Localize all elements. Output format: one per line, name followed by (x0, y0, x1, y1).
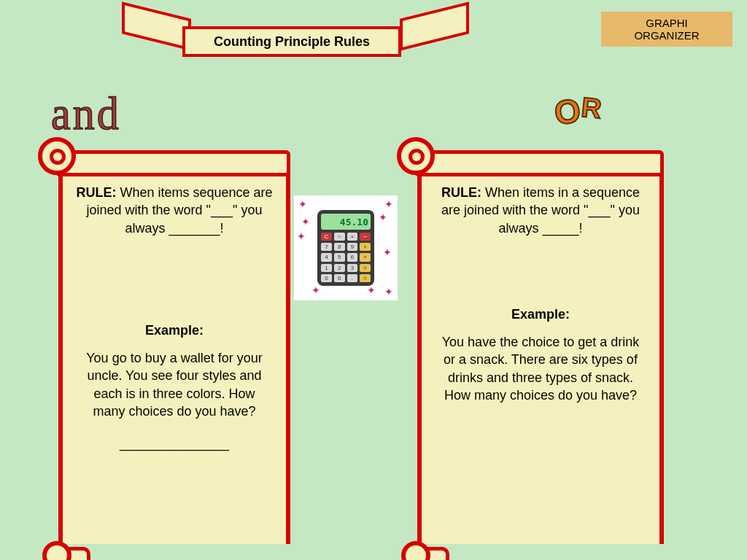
calculator-keypad: C÷×− 789+ 456+ 123= 00.= (321, 233, 371, 282)
scroll-right-bottom (417, 544, 664, 560)
star-icon: ✦ (383, 246, 392, 258)
banner-title: Counting Principle Rules (182, 26, 401, 57)
left-example-text: You go to buy a wallet for your uncle. Y… (76, 349, 273, 420)
calculator-icon: 45.10 C÷×− 789+ 456+ 123= 00.= (317, 210, 374, 286)
heading-or-char2: R (580, 92, 604, 125)
title-banner: Counting Principle Rules (142, 7, 449, 58)
right-example-label: Example: (435, 306, 646, 323)
star-icon: ✦ (311, 284, 320, 296)
left-rule: RULE: When items sequence are joined wit… (76, 184, 273, 237)
star-icon: ✦ (384, 286, 393, 298)
graphic-organizer-label: GRAPHI ORGANIZER (601, 12, 732, 47)
star-icon: ✦ (298, 198, 307, 210)
banner-ribbon-left (122, 1, 191, 51)
heading-or-char1: O (552, 90, 583, 133)
scroll-left: RULE: When items sequence are joined wit… (42, 133, 290, 560)
banner-ribbon-right (400, 1, 469, 51)
left-rule-label: RULE: (76, 185, 116, 200)
scroll-left-body: RULE: When items sequence are joined wit… (58, 172, 290, 544)
org-label-line1: GRAPHI (646, 17, 688, 29)
scroll-right-top (401, 133, 664, 175)
left-answer-blank: _______________ (76, 435, 273, 452)
right-rule: RULE: When items in a sequence are joine… (435, 184, 646, 237)
star-icon: ✦ (301, 216, 310, 228)
org-label-line2: ORGANIZER (634, 29, 699, 42)
calculator-clipart: ✦ ✦ ✦ ✦ ✦ ✦ ✦ ✦ ✦ 45.10 C÷×− 789+ 456+ 1… (294, 195, 398, 300)
right-rule-label: RULE: (441, 185, 481, 200)
scroll-right: RULE: When items in a sequence are joine… (401, 133, 664, 560)
scroll-left-bottom (58, 544, 290, 560)
right-example-text: You have the choice to get a drink or a … (435, 333, 646, 404)
calculator-display: 45.10 (321, 214, 371, 230)
star-icon: ✦ (379, 211, 387, 223)
left-example-label: Example: (76, 322, 273, 339)
heading-or: OR (554, 88, 602, 127)
scroll-right-body: RULE: When items in a sequence are joine… (417, 172, 664, 544)
star-icon: ✦ (367, 284, 376, 296)
star-icon: ✦ (297, 230, 306, 242)
scroll-left-top (42, 133, 290, 175)
star-icon: ✦ (384, 198, 393, 210)
